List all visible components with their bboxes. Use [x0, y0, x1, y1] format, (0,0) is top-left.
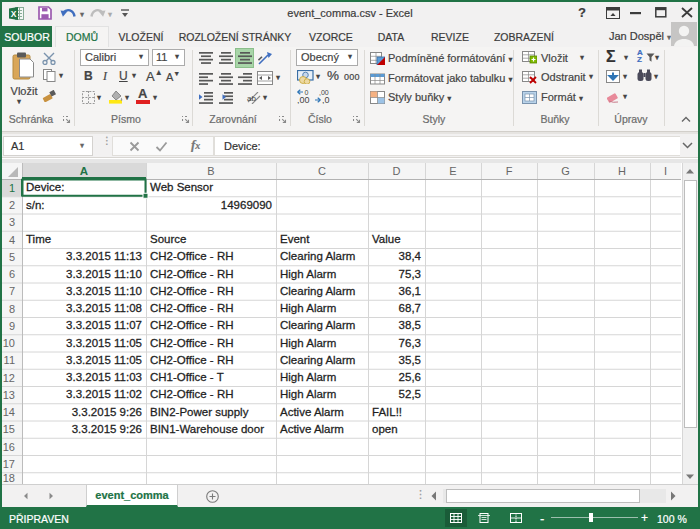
svg-text:25,6: 25,6 — [399, 371, 421, 383]
svg-text:38,5: 38,5 — [399, 319, 421, 331]
svg-text:Clearing Alarm: Clearing Alarm — [280, 354, 355, 366]
svg-text:2: 2 — [9, 199, 15, 211]
svg-text:14: 14 — [3, 406, 15, 418]
svg-text:3.3.2015 11:10: 3.3.2015 11:10 — [66, 285, 142, 297]
svg-text:High Alarm: High Alarm — [280, 268, 336, 280]
svg-text:Active Alarm: Active Alarm — [280, 423, 344, 435]
svg-text:3.3.2015 9:26: 3.3.2015 9:26 — [72, 423, 142, 435]
svg-text:38,4: 38,4 — [399, 250, 422, 262]
svg-text:BIN1-Warehouse door: BIN1-Warehouse door — [150, 423, 264, 435]
svg-text:High Alarm: High Alarm — [280, 337, 336, 349]
svg-text:CH2-Office - RH: CH2-Office - RH — [150, 354, 234, 366]
svg-text:E: E — [449, 165, 456, 177]
svg-text:75,3: 75,3 — [399, 268, 421, 280]
svg-text:3.3.2015 11:05: 3.3.2015 11:05 — [66, 354, 142, 366]
svg-text:7: 7 — [9, 285, 15, 297]
svg-text:6: 6 — [9, 268, 15, 280]
svg-text:3.3.2015 11:03: 3.3.2015 11:03 — [66, 371, 142, 383]
svg-text:Clearing Alarm: Clearing Alarm — [280, 250, 355, 262]
svg-text:I: I — [664, 165, 667, 177]
svg-text:C: C — [318, 165, 326, 177]
svg-text:FAIL!!: FAIL!! — [372, 406, 402, 418]
svg-text:Value: Value — [372, 233, 401, 245]
svg-text:B: B — [207, 165, 214, 177]
svg-text:H: H — [618, 165, 626, 177]
svg-text:BIN2-Power supply: BIN2-Power supply — [150, 406, 249, 418]
svg-text:52,5: 52,5 — [399, 388, 421, 400]
svg-text:3.3.2015 11:07: 3.3.2015 11:07 — [66, 319, 142, 331]
svg-text:36,1: 36,1 — [399, 285, 421, 297]
svg-text:High Alarm: High Alarm — [280, 388, 336, 400]
svg-text:CH1-Office - T: CH1-Office - T — [150, 371, 224, 383]
svg-text:3.3.2015 11:02: 3.3.2015 11:02 — [66, 388, 142, 400]
svg-text:D: D — [393, 165, 401, 177]
svg-text:16: 16 — [3, 441, 15, 453]
svg-text:15: 15 — [3, 423, 15, 435]
svg-text:CH2-Office - RH: CH2-Office - RH — [150, 285, 234, 297]
svg-text:G: G — [561, 165, 570, 177]
svg-text:ab: ab — [247, 94, 256, 103]
svg-text:F: F — [506, 165, 513, 177]
svg-text:68,7: 68,7 — [399, 302, 421, 314]
svg-text:CH2-Office - RH: CH2-Office - RH — [150, 319, 234, 331]
svg-text:35,5: 35,5 — [399, 354, 421, 366]
svg-text:18: 18 — [3, 472, 15, 484]
svg-text:9: 9 — [9, 320, 15, 332]
svg-text:Clearing Alarm: Clearing Alarm — [280, 285, 355, 297]
svg-text:Web Sensor: Web Sensor — [150, 181, 213, 193]
svg-text:CH2-Office - RH: CH2-Office - RH — [150, 337, 234, 349]
svg-text:CH2-Office - RH: CH2-Office - RH — [150, 388, 234, 400]
svg-text:11: 11 — [4, 354, 15, 366]
svg-text:Source: Source — [150, 233, 186, 245]
svg-text:Clearing Alarm: Clearing Alarm — [280, 319, 355, 331]
svg-text:,00: ,00 — [297, 95, 310, 104]
svg-text:17: 17 — [3, 458, 15, 470]
svg-text:3.3.2015 11:05: 3.3.2015 11:05 — [66, 337, 142, 349]
svg-text:Event: Event — [280, 233, 310, 245]
svg-text:s/n:: s/n: — [26, 199, 45, 211]
svg-text:14969090: 14969090 — [221, 199, 272, 211]
svg-text:8: 8 — [9, 303, 15, 315]
svg-text:CH2-Office - RH: CH2-Office - RH — [150, 302, 234, 314]
svg-text:3.3.2015 9:26: 3.3.2015 9:26 — [72, 406, 142, 418]
svg-text:3: 3 — [9, 216, 15, 228]
svg-text:13: 13 — [3, 389, 15, 401]
svg-text:4: 4 — [9, 234, 15, 246]
svg-text:Active Alarm: Active Alarm — [280, 406, 344, 418]
svg-text:,0: ,0 — [322, 95, 330, 104]
svg-text:High Alarm: High Alarm — [280, 371, 336, 383]
svg-text:1: 1 — [9, 182, 15, 194]
svg-text:CH2-Office - RH: CH2-Office - RH — [150, 268, 234, 280]
svg-text:Device:: Device: — [26, 181, 64, 193]
svg-text:Time: Time — [26, 233, 51, 245]
svg-text:10: 10 — [3, 337, 15, 349]
svg-text:5: 5 — [9, 251, 15, 263]
svg-text:High Alarm: High Alarm — [280, 302, 336, 314]
svg-text:open: open — [372, 423, 398, 435]
svg-text:12: 12 — [3, 372, 15, 384]
svg-text:CH2-Office - RH: CH2-Office - RH — [150, 250, 234, 262]
svg-text:3.3.2015 11:13: 3.3.2015 11:13 — [66, 250, 142, 262]
svg-text:A: A — [80, 165, 88, 177]
svg-text:76,3: 76,3 — [399, 337, 421, 349]
svg-text:3.3.2015 11:10: 3.3.2015 11:10 — [66, 268, 142, 280]
svg-text:3.3.2015 11:08: 3.3.2015 11:08 — [66, 302, 142, 314]
